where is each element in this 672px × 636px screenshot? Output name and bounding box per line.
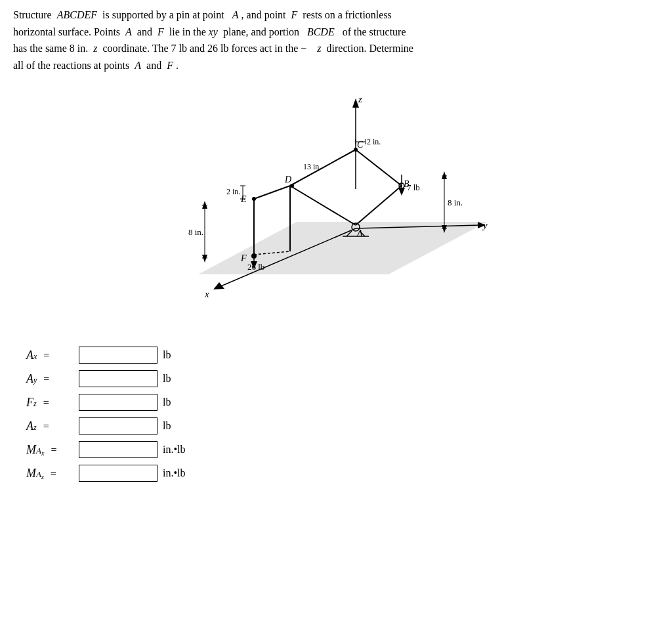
ax-unit: lb <box>163 349 171 361</box>
az-label: A z = <box>26 419 79 433</box>
az-equals: = <box>41 421 49 433</box>
fz-subscript: z <box>33 399 37 409</box>
svg-text:D: D <box>284 175 291 184</box>
svg-marker-57 <box>442 171 447 179</box>
fz-unit: lb <box>163 396 171 408</box>
max-input[interactable] <box>79 441 158 458</box>
svg-line-21 <box>290 186 356 225</box>
structure-diagram: z y x F 26 lb <box>139 84 533 327</box>
max-A-sub: A <box>36 446 41 456</box>
ay-input[interactable] <box>79 370 158 387</box>
problem-statement: Structure ABCDEF is supported by a pin a… <box>13 7 659 74</box>
svg-text:8 in.: 8 in. <box>188 227 203 237</box>
max-equals: = <box>48 444 56 456</box>
svg-marker-52 <box>202 255 207 263</box>
svg-text:y: y <box>482 220 488 230</box>
svg-text:2 in.: 2 in. <box>367 137 381 146</box>
svg-text:13 in.: 13 in. <box>303 162 321 171</box>
fz-input[interactable] <box>79 394 158 411</box>
svg-point-26 <box>290 184 294 188</box>
maz-equals: = <box>48 468 56 480</box>
max-M: M <box>26 443 36 457</box>
max-unit: in.•lb <box>163 444 186 456</box>
ay-row: A y = lb <box>26 370 659 387</box>
svg-marker-37 <box>398 188 405 196</box>
svg-text:z: z <box>358 94 362 104</box>
ay-unit: lb <box>163 373 171 385</box>
svg-line-16 <box>254 186 290 199</box>
svg-text:7 lb: 7 lb <box>407 182 420 192</box>
svg-line-19 <box>290 150 356 186</box>
ay-label: A y = <box>26 372 79 386</box>
ay-equals: = <box>41 373 49 385</box>
max-label: M A x = <box>26 443 79 457</box>
ax-main-letter: A <box>26 349 33 362</box>
svg-text:2 in.: 2 in. <box>226 187 240 196</box>
svg-text:F: F <box>240 253 247 263</box>
svg-text:8 in.: 8 in. <box>448 198 463 207</box>
ax-equals: = <box>41 350 49 362</box>
fz-label: F z = <box>26 396 79 410</box>
az-input[interactable] <box>79 417 158 435</box>
maz-A-sub: A <box>36 469 41 480</box>
svg-point-28 <box>354 148 358 152</box>
diagram: z y x F 26 lb <box>139 84 533 327</box>
az-row: A z = lb <box>26 417 659 435</box>
ax-input[interactable] <box>79 347 158 364</box>
svg-point-24 <box>252 197 256 201</box>
az-subscript: z <box>33 423 37 433</box>
max-row: M A x = in.•lb <box>26 441 659 458</box>
maz-label: M A z = <box>26 467 79 480</box>
maz-input[interactable] <box>79 465 158 482</box>
maz-unit: in.•lb <box>163 467 186 479</box>
ax-row: A x = lb <box>26 347 659 364</box>
fz-row: F z = lb <box>26 394 659 411</box>
svg-text:x: x <box>204 289 209 299</box>
svg-line-20 <box>356 150 402 186</box>
ay-main-letter: A <box>26 372 33 386</box>
az-unit: lb <box>163 420 171 432</box>
ay-subscript: y <box>33 375 37 385</box>
fz-equals: = <box>41 397 49 409</box>
answers-section: A x = lb A y = lb F z = lb A z = <box>26 347 659 482</box>
fz-main-letter: F <box>26 396 33 410</box>
maz-row: M A z = in.•lb <box>26 465 659 482</box>
ax-label: A x = <box>26 349 79 362</box>
maz-M: M <box>26 467 36 480</box>
svg-line-22 <box>356 186 402 225</box>
az-main-letter: A <box>26 419 33 433</box>
svg-text:C: C <box>357 140 364 150</box>
problem-text: Structure ABCDEF is supported by a pin a… <box>13 7 659 74</box>
maz-z-sub: z <box>41 473 44 480</box>
ax-subscript: x <box>33 352 37 362</box>
max-x-sub: x <box>41 450 44 457</box>
svg-marker-51 <box>202 201 207 209</box>
